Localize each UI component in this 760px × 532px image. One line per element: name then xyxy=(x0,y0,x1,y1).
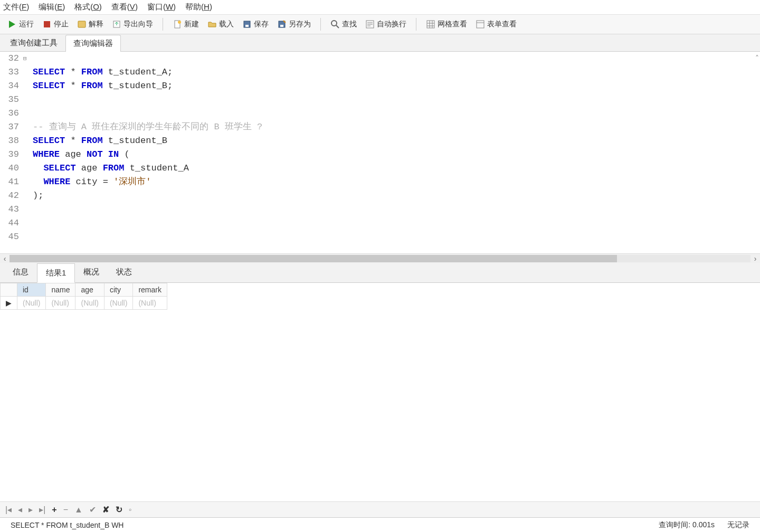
main-toolbar: 运行 停止 解释 导出向导 新建 载入 保存 另存为 查找 自动换行 网格查看 xyxy=(0,15,760,34)
scrollbar-thumb[interactable] xyxy=(10,255,617,262)
folder-open-icon xyxy=(207,20,217,29)
nav-btn-6[interactable]: ▲ xyxy=(74,505,83,515)
scroll-up-icon[interactable]: ˄ xyxy=(755,54,759,62)
result-tabstrip: 信息 结果1 概况 状态 xyxy=(0,263,760,283)
find-label: 查找 xyxy=(342,20,357,29)
save-button[interactable]: 保存 xyxy=(239,18,272,31)
column-name[interactable]: name xyxy=(46,283,75,297)
form-view-label: 表单查看 xyxy=(487,20,517,29)
explain-button[interactable]: 解释 xyxy=(74,18,107,31)
nav-btn-2[interactable]: ▸ xyxy=(28,505,33,515)
svg-point-10 xyxy=(331,21,337,26)
load-button[interactable]: 载入 xyxy=(204,18,237,31)
statusbar: SELECT * FROM t_student_B WH 查询时间: 0.001… xyxy=(0,517,760,532)
export-wizard-label: 导出向导 xyxy=(124,20,153,29)
nav-btn-7[interactable]: ✔ xyxy=(89,505,96,515)
svg-rect-9 xyxy=(280,25,283,27)
form-view-button[interactable]: 表单查看 xyxy=(472,18,520,31)
export-wizard-button[interactable]: 导出向导 xyxy=(109,18,156,31)
new-file-icon xyxy=(173,20,182,29)
result-table: idnameagecityremark ▶(Null)(Null)(Null)(… xyxy=(0,283,167,310)
load-label: 载入 xyxy=(219,20,234,29)
scroll-left-icon[interactable]: ‹ xyxy=(0,254,10,263)
record-nav-toolbar: |◂◂▸▸|+−▲✔✘↻◦ xyxy=(0,501,760,517)
sql-editor[interactable]: ˄ 3233343536373839404142434445 ⊟ SELECT … xyxy=(0,52,760,263)
run-label: 运行 xyxy=(19,20,34,29)
table-row[interactable]: ▶(Null)(Null)(Null)(Null)(Null) xyxy=(1,297,167,310)
menu-v[interactable]: 查看(V) xyxy=(111,2,138,12)
stop-label: 停止 xyxy=(54,20,69,29)
menu-f[interactable]: 文件(F) xyxy=(3,2,29,12)
nav-btn-5[interactable]: − xyxy=(63,505,68,515)
editor-tabstrip: 查询创建工具 查询编辑器 xyxy=(0,34,760,52)
nav-btn-0[interactable]: |◂ xyxy=(5,505,12,515)
menu-h[interactable]: 帮助(H) xyxy=(185,2,212,12)
search-icon xyxy=(330,20,340,29)
horizontal-scrollbar[interactable]: ‹ › xyxy=(0,253,760,263)
result-header-row: idnameagecityremark xyxy=(1,283,167,297)
save-as-button[interactable]: 另存为 xyxy=(274,18,314,31)
menu-w[interactable]: 窗口(W) xyxy=(147,2,176,12)
toolbar-separator xyxy=(163,18,163,31)
grid-view-button[interactable]: 网格查看 xyxy=(423,18,470,31)
menu-e[interactable]: 编辑(E) xyxy=(39,2,65,12)
export-icon xyxy=(112,20,121,29)
svg-marker-0 xyxy=(9,21,15,28)
save-as-icon xyxy=(277,20,287,29)
save-as-label: 另存为 xyxy=(289,20,311,29)
nav-btn-3[interactable]: ▸| xyxy=(39,505,45,515)
nav-btn-10[interactable]: ◦ xyxy=(129,505,132,515)
save-icon xyxy=(242,20,252,29)
grid-icon xyxy=(426,20,435,29)
toolbar-separator xyxy=(416,18,416,31)
column-city[interactable]: city xyxy=(104,283,132,297)
fold-gutter: ⊟ xyxy=(23,52,31,253)
tab-status[interactable]: 状态 xyxy=(108,263,140,282)
explain-label: 解释 xyxy=(89,20,103,29)
svg-rect-1 xyxy=(44,21,50,27)
svg-rect-7 xyxy=(245,25,249,27)
column-id[interactable]: id xyxy=(17,283,46,297)
tab-query-editor[interactable]: 查询编辑器 xyxy=(65,35,121,52)
svg-rect-13 xyxy=(477,21,484,28)
form-icon xyxy=(476,20,485,29)
status-query-time: 查询时间: 0.001s xyxy=(652,520,721,530)
nav-btn-8[interactable]: ✘ xyxy=(102,505,109,515)
find-button[interactable]: 查找 xyxy=(327,18,360,31)
autowrap-label: 自动换行 xyxy=(377,20,406,29)
tab-result1[interactable]: 结果1 xyxy=(37,263,75,283)
wrap-icon xyxy=(365,20,375,29)
column-age[interactable]: age xyxy=(75,283,104,297)
tab-profile[interactable]: 概况 xyxy=(75,263,108,282)
stop-icon xyxy=(42,20,52,29)
scroll-right-icon[interactable]: › xyxy=(750,254,760,263)
line-gutter: 3233343536373839404142434445 xyxy=(0,52,23,253)
save-label: 保存 xyxy=(254,20,269,29)
nav-btn-4[interactable]: + xyxy=(52,505,56,515)
svg-rect-2 xyxy=(78,21,86,27)
toolbar-separator xyxy=(320,18,321,31)
menubar: 文件(F)编辑(E)格式(O)查看(V)窗口(W)帮助(H) xyxy=(0,0,760,15)
nav-btn-9[interactable]: ↻ xyxy=(116,505,122,515)
explain-icon xyxy=(77,20,87,29)
tab-info[interactable]: 信息 xyxy=(4,263,37,282)
status-sql-preview: SELECT * FROM t_student_B WH xyxy=(4,521,130,529)
new-button[interactable]: 新建 xyxy=(169,18,202,31)
play-icon xyxy=(7,20,17,29)
menu-o[interactable]: 格式(O) xyxy=(74,2,102,12)
status-record-count: 无记录 xyxy=(721,520,756,530)
nav-btn-1[interactable]: ◂ xyxy=(18,505,22,515)
code-area[interactable]: SELECT * FROM t_student_A;SELECT * FROM … xyxy=(31,52,760,253)
tab-query-builder[interactable]: 查询创建工具 xyxy=(2,34,65,51)
stop-button[interactable]: 停止 xyxy=(39,18,72,31)
run-button[interactable]: 运行 xyxy=(4,18,37,31)
grid-view-label: 网格查看 xyxy=(438,20,467,29)
new-label: 新建 xyxy=(184,20,199,29)
autowrap-button[interactable]: 自动换行 xyxy=(362,18,410,31)
scrollbar-track[interactable] xyxy=(10,255,750,262)
column-remark[interactable]: remark xyxy=(133,283,167,297)
result-grid[interactable]: idnameagecityremark ▶(Null)(Null)(Null)(… xyxy=(0,283,760,501)
svg-point-5 xyxy=(178,21,181,24)
svg-rect-12 xyxy=(427,21,434,28)
